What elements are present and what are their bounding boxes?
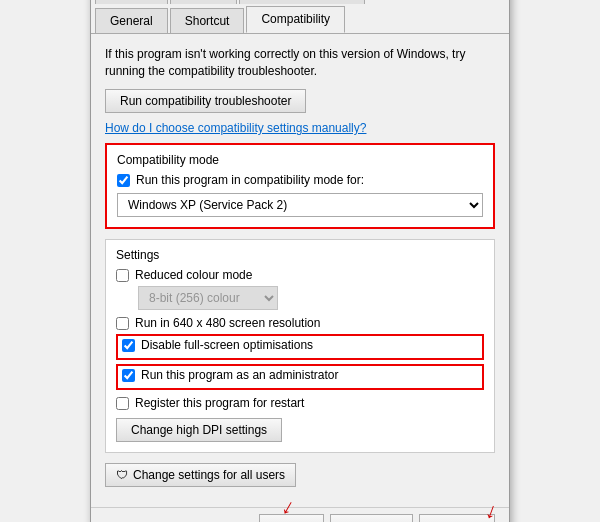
tabs-container: Security Details Previous Versions Gener… <box>91 0 509 34</box>
change-all-label: Change settings for all users <box>133 468 285 482</box>
compat-version-select-row: Windows XP (Service Pack 2) Windows XP (… <box>117 193 483 217</box>
bottom-section: 🛡 Change settings for all users <box>105 463 495 487</box>
register-restart-label: Register this program for restart <box>135 396 304 410</box>
tab-details[interactable]: Details <box>170 0 237 4</box>
compat-version-select[interactable]: Windows XP (Service Pack 2) Windows XP (… <box>117 193 483 217</box>
tab-general[interactable]: General <box>95 8 168 33</box>
intro-text: If this program isn't working correctly … <box>105 46 495 80</box>
cancel-button[interactable]: Cancel <box>330 514 413 522</box>
tab-shortcut[interactable]: Shortcut <box>170 8 245 33</box>
disable-fullscreen-highlighted: Disable full-screen optimisations <box>116 334 484 360</box>
change-all-button[interactable]: 🛡 Change settings for all users <box>105 463 296 487</box>
dialog: Security Details Previous Versions Gener… <box>90 0 510 522</box>
reduced-colour-checkbox[interactable] <box>116 269 129 282</box>
colour-depth-row: 8-bit (256) colour <box>138 286 484 310</box>
run-640-row: Run in 640 x 480 screen resolution <box>116 316 484 330</box>
disable-fullscreen-row: Disable full-screen optimisations <box>122 338 478 352</box>
run-640-label: Run in 640 x 480 screen resolution <box>135 316 320 330</box>
compatibility-mode-box: Compatibility mode Run this program in c… <box>105 143 495 229</box>
compat-mode-label: Compatibility mode <box>117 153 483 167</box>
compat-mode-checkbox[interactable] <box>117 174 130 187</box>
tab-security[interactable]: Security <box>95 0 168 4</box>
register-restart-row: Register this program for restart <box>116 396 484 410</box>
compat-mode-checkbox-row: Run this program in compatibility mode f… <box>117 173 483 187</box>
reduced-colour-label: Reduced colour mode <box>135 268 252 282</box>
settings-label: Settings <box>116 248 484 262</box>
tab-row-2: General Shortcut Compatibility <box>91 4 509 33</box>
disable-fullscreen-label: Disable full-screen optimisations <box>141 338 313 352</box>
disable-fullscreen-checkbox[interactable] <box>122 339 135 352</box>
run-admin-label: Run this program as an administrator <box>141 368 338 382</box>
reduced-colour-row: Reduced colour mode <box>116 268 484 282</box>
run-admin-row: Run this program as an administrator <box>122 368 478 382</box>
run-admin-highlighted: Run this program as an administrator <box>116 364 484 390</box>
run-640-checkbox[interactable] <box>116 317 129 330</box>
help-link[interactable]: How do I choose compatibility settings m… <box>105 121 495 135</box>
tab-previous-versions[interactable]: Previous Versions <box>239 0 365 4</box>
tab-compatibility[interactable]: Compatibility <box>246 6 345 33</box>
colour-depth-select[interactable]: 8-bit (256) colour <box>138 286 278 310</box>
main-content: If this program isn't working correctly … <box>91 34 509 508</box>
dialog-footer: ↓ ↓ OK Cancel Apply <box>91 507 509 522</box>
shield-icon: 🛡 <box>116 468 128 482</box>
run-troubleshooter-button[interactable]: Run compatibility troubleshooter <box>105 89 306 113</box>
compat-mode-checkbox-label: Run this program in compatibility mode f… <box>136 173 364 187</box>
register-restart-checkbox[interactable] <box>116 397 129 410</box>
ok-button[interactable]: OK <box>259 514 324 522</box>
settings-box: Settings Reduced colour mode 8-bit (256)… <box>105 239 495 453</box>
run-admin-checkbox[interactable] <box>122 369 135 382</box>
change-dpi-button[interactable]: Change high DPI settings <box>116 418 282 442</box>
